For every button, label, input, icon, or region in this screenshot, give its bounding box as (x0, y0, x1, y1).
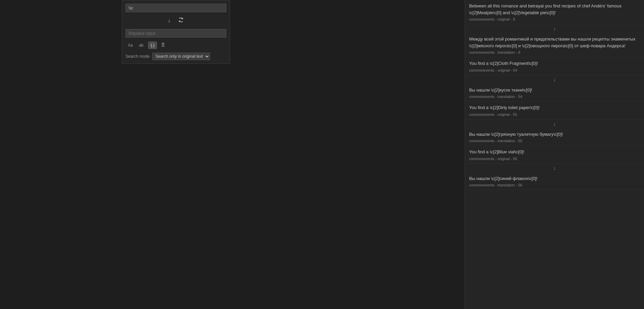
result-item[interactable]: You find a \c[2]Blue vial\c[0]! commonev… (465, 146, 644, 164)
location-toggle[interactable] (158, 41, 168, 49)
result-translation-text: Вы нашли \c[2]грязную туалетную бумагу\c… (469, 131, 640, 138)
case-sensitive-toggle[interactable]: Aa (125, 42, 135, 49)
result-original-text: Between all this romance and betrayal yo… (469, 3, 640, 16)
result-item[interactable]: Между всей этой романтикой и предательст… (465, 33, 644, 57)
search-panel: ↓ Aa ab. (.) (122, 0, 230, 64)
result-original-text: You find a \c[2]Cloth Fragment\c[0]! (469, 60, 640, 67)
result-original-meta: commonevents - original - 8 (469, 17, 640, 21)
search-actions: ↓ (125, 15, 226, 26)
result-translation-meta: commonevents - translation - 55 (469, 139, 640, 143)
result-translation-meta: commonevents - translation - 54 (469, 95, 640, 99)
arrow-divider: ↓ (465, 75, 644, 84)
result-item[interactable]: Between all this romance and betrayal yo… (465, 0, 644, 24)
search-input-wrapper (125, 4, 226, 12)
result-translation-meta: commonevents - translation - 8 (469, 50, 640, 54)
replace-button[interactable] (176, 16, 186, 25)
next-match-button[interactable]: ↓ (166, 16, 172, 25)
replace-input[interactable] (129, 31, 223, 36)
result-item[interactable]: Вы нашли \c[2]кусок ткани\c[0]! commonev… (465, 84, 644, 102)
whole-word-toggle[interactable]: ab. (137, 42, 147, 49)
search-mode-label: Search mode (125, 54, 150, 59)
search-mode-row: Search mode Search only in original text… (125, 53, 226, 60)
result-item[interactable]: Вы нашли \c[2]грязную туалетную бумагу\c… (465, 128, 644, 146)
arrow-divider: ↓ (465, 164, 644, 173)
regex-toggle[interactable]: (.) (148, 42, 157, 49)
search-mode-select[interactable]: Search only in original text Search only… (152, 53, 210, 60)
result-original-meta: commonevents - original - 56 (469, 157, 640, 161)
main-area: ↓ Aa ab. (.) (0, 0, 465, 309)
result-translation-text: Между всей этой романтикой и предательст… (469, 36, 640, 49)
result-original-meta: commonevents - original - 54 (469, 68, 640, 72)
result-original-text: You find a \c[2]Blue vial\c[0]! (469, 149, 640, 155)
result-translation-meta: commonevents - translation - 56 (469, 183, 640, 187)
arrow-divider: ↓ (465, 120, 644, 128)
result-item[interactable]: Вы нашли \c[2]синий флакон\c[0]! commone… (465, 173, 644, 190)
result-original-meta: commonevents - original - 55 (469, 112, 640, 117)
result-translation-text: Вы нашли \c[2]синий флакон\c[0]! (469, 175, 640, 182)
result-original-text: You find a \c[2]Dirty toilet paper\c[0]! (469, 104, 640, 111)
right-sidebar: Between all this romance and betrayal yo… (465, 0, 644, 309)
result-item[interactable]: You find a \c[2]Dirty toilet paper\c[0]!… (465, 102, 644, 120)
result-item[interactable]: You find a \c[2]Cloth Fragment\c[0]! com… (465, 57, 644, 75)
result-translation-text: Вы нашли \c[2]кусок ткани\c[0]! (469, 87, 640, 94)
search-input[interactable] (129, 5, 223, 10)
replace-input-wrapper (125, 29, 226, 37)
arrow-divider: ↓ (465, 24, 644, 33)
toggle-buttons-row: Aa ab. (.) (125, 41, 226, 49)
svg-point-0 (162, 43, 164, 45)
